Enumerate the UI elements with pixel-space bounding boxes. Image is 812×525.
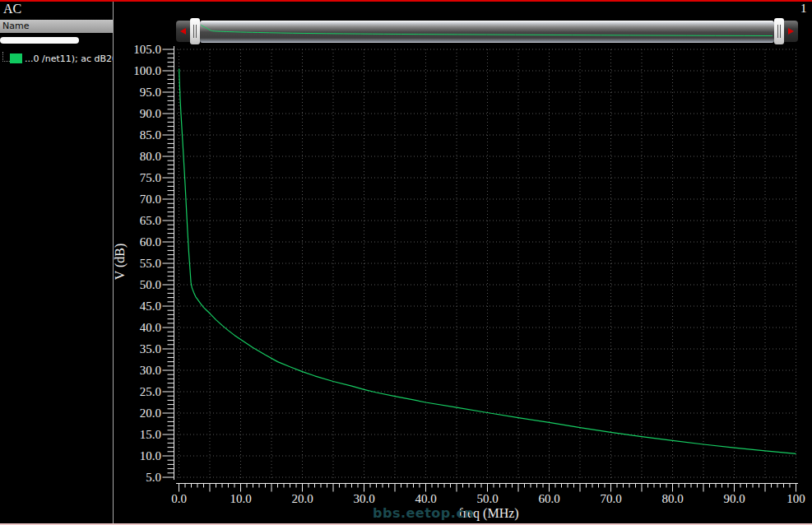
overview-track[interactable]	[200, 21, 774, 43]
y-tick-label: 5.0	[146, 471, 161, 484]
y-tick-label: 40.0	[140, 321, 161, 334]
y-tick-label: 90.0	[140, 107, 161, 120]
x-tick-label: 40.0	[415, 492, 436, 505]
x-tick-label: 90.0	[723, 492, 745, 505]
window-corner-number: 1	[800, 2, 807, 16]
x-tick-label: 60.0	[538, 492, 559, 505]
y-tick-label: 10.0	[140, 449, 161, 462]
y-tick-label: 25.0	[140, 385, 161, 398]
x-tick-label: 70.0	[600, 492, 621, 505]
y-tick-label: 80.0	[140, 150, 161, 163]
x-tick-label: 30.0	[353, 492, 374, 505]
y-tick-label: 45.0	[140, 300, 161, 313]
signal-curve[interactable]	[179, 68, 796, 453]
y-tick-label: 30.0	[140, 364, 161, 377]
y-tick-label: 85.0	[140, 128, 161, 142]
signal-color-swatch	[10, 53, 22, 63]
x-tick-label: 10.0	[230, 492, 251, 505]
range-handle-right[interactable]	[774, 18, 784, 44]
pan-zoom-scrollbar	[176, 18, 798, 44]
y-tick-label: 55.0	[140, 257, 161, 270]
y-tick-label: 95.0	[140, 86, 161, 99]
left-arrow-icon	[180, 28, 186, 35]
y-tick-label: 65.0	[140, 214, 161, 227]
y-tick-label: 20.0	[140, 407, 161, 420]
y-tick-label: 50.0	[140, 278, 161, 291]
y-tick-label: 35.0	[140, 342, 161, 355]
x-tick-label: 0.0	[171, 492, 187, 505]
x-tick-label: 80.0	[661, 492, 683, 505]
y-axis-title: V (dB)	[113, 244, 128, 281]
overview-mini-curve	[200, 21, 774, 43]
panel-divider	[113, 2, 114, 523]
waveform-viewer-window: AC 1 Name ...0 /net11); ac dB20 V (	[0, 0, 812, 525]
signal-name-panel: Name ...0 /net11); ac dB20	[0, 2, 113, 523]
y-tick-label: 70.0	[140, 193, 161, 206]
grip-line	[193, 25, 194, 38]
x-tick-label: 20.0	[291, 492, 313, 505]
y-tick-label: 75.0	[140, 171, 161, 184]
tree-branch-icon	[2, 52, 10, 62]
x-tick-label: 50.0	[476, 492, 498, 505]
signal-name-label: ...0 /net11); ac dB20	[25, 53, 113, 64]
y-tick-label: 15.0	[140, 428, 161, 441]
range-handle-left[interactable]	[190, 18, 200, 44]
legend-item[interactable]: ...0 /net11); ac dB20	[0, 51, 113, 65]
y-tick-label: 100.0	[133, 64, 161, 77]
mini-signal-curve	[201, 25, 773, 36]
grip-line	[780, 25, 781, 38]
panel-horizontal-scrollbar-thumb[interactable]	[0, 37, 79, 44]
grip-line	[196, 25, 197, 38]
y-tick-label: 105.0	[133, 43, 161, 56]
x-tick-label: 100	[786, 492, 805, 505]
watermark: bbs.eetop.cn	[373, 505, 474, 521]
analysis-title: AC	[3, 2, 21, 16]
scroll-left-button[interactable]	[176, 21, 190, 42]
name-column-header: Name	[0, 20, 113, 33]
right-arrow-icon	[788, 28, 794, 35]
grip-line	[777, 25, 778, 38]
plot-area[interactable]: V (dB) freq (MHz) 105.0100.095.090.085.0…	[0, 0, 812, 525]
y-tick-label: 60.0	[140, 235, 161, 249]
scroll-right-button[interactable]	[784, 21, 798, 42]
window-border-top	[0, 0, 812, 2]
